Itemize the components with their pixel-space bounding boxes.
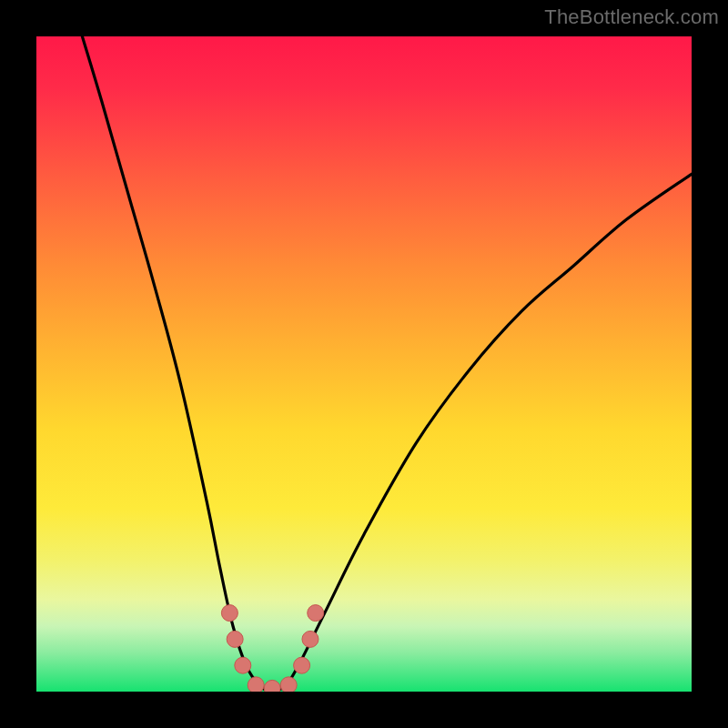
curve-marker <box>294 657 310 673</box>
chart-frame: TheBottleneck.com <box>0 0 728 728</box>
curve-marker <box>235 657 251 673</box>
curve-marker <box>302 631 318 647</box>
curve-svg <box>36 36 692 692</box>
curve-marker <box>308 605 324 622</box>
curve-marker <box>264 680 280 692</box>
plot-area <box>36 36 692 692</box>
curve-marker <box>248 677 264 692</box>
bottleneck-curve-path <box>82 36 692 692</box>
curve-marker <box>280 677 297 692</box>
curve-marker <box>221 605 238 622</box>
watermark-text: TheBottleneck.com <box>544 5 719 29</box>
curve-marker <box>227 631 243 647</box>
curve-markers <box>221 605 323 692</box>
